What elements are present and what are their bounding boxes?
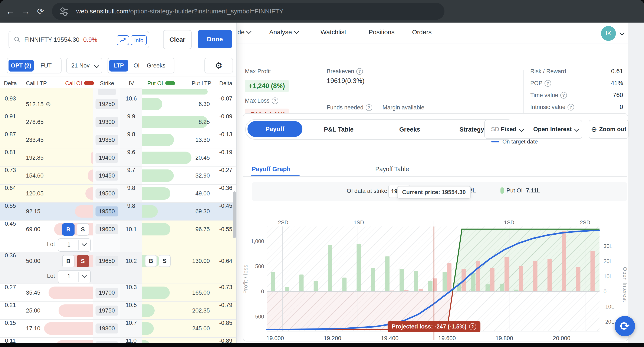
call-delta-value: 0.11: [0, 338, 21, 343]
strike-chip[interactable]: 19350: [96, 135, 118, 145]
strike-chip[interactable]: 19650: [96, 256, 118, 266]
max-loss-label: Max Loss?: [245, 97, 278, 104]
strike-chip[interactable]: 19600: [96, 224, 118, 234]
nav-item-label: Positions: [369, 28, 394, 36]
svg-text:19,600: 19,600: [438, 335, 456, 340]
put-oi-bar: [142, 340, 150, 343]
svg-text:19,000: 19,000: [266, 335, 284, 340]
cell: 9.8: [120, 131, 142, 149]
risk-value: 0.61: [611, 68, 623, 75]
cell: 19750: [93, 302, 121, 319]
nav-item-de[interactable]: de: [238, 28, 251, 36]
view-toggle: LTP OI Greeks: [108, 58, 174, 73]
option-chain-header: Delta Call LTP Call OI Strike IV Put OI …: [0, 78, 236, 89]
forward-icon[interactable]: →: [20, 0, 31, 22]
nav-item-watchlist[interactable]: Watchlist: [320, 28, 346, 36]
sell-button[interactable]: S: [77, 223, 89, 236]
svg-text:2SD: 2SD: [580, 220, 590, 225]
option-chain-body: 0.93512.15⊘1925010.66.30-0.070.91278.651…: [0, 88, 236, 343]
url-text: web.sensibull.com/option-strategy-builde…: [76, 8, 284, 15]
put-oi-bar: [142, 116, 208, 128]
help-icon[interactable]: ?: [568, 104, 574, 110]
cell: 0.73: [0, 167, 21, 184]
avatar[interactable]: IK: [601, 26, 616, 41]
help-icon[interactable]: ?: [544, 80, 551, 87]
svg-text:-10L: -10L: [604, 304, 614, 310]
put-ltp-value: 32.90: [195, 172, 210, 179]
nav-item-analyse[interactable]: Analyse: [269, 28, 298, 36]
strike-chip[interactable]: 19750: [96, 306, 118, 316]
put-oi-bar: [142, 205, 158, 218]
put-sell-button[interactable]: S: [159, 255, 170, 267]
instrument-search[interactable]: FINNIFTY 19554.30 -0.9% Info: [8, 31, 149, 48]
option-row-19800: 0.1517.101980010.7245.00-0.85: [0, 319, 236, 337]
call-delta-value: 0.91: [0, 113, 21, 120]
avatar-chevron-icon[interactable]: [619, 30, 624, 35]
sell-button[interactable]: S: [77, 255, 89, 267]
put-buy-button[interactable]: B: [145, 255, 157, 267]
cell: 165.00: [142, 284, 216, 302]
cell: -0.07: [215, 95, 236, 113]
address-bar[interactable]: web.sensibull.com/option-strategy-builde…: [52, 3, 444, 20]
help-icon[interactable]: ?: [272, 97, 278, 104]
lot-dropdown[interactable]: 1: [58, 238, 91, 252]
info-button[interactable]: Info: [131, 35, 147, 45]
strike-chip[interactable]: 19250: [96, 99, 118, 109]
max-profit-value: +1,240 (8%): [245, 80, 289, 92]
view-greeks[interactable]: Greeks: [144, 62, 168, 69]
strike-chip[interactable]: 19550: [96, 207, 118, 217]
lot-label: Lot: [47, 241, 55, 248]
lot-dropdown[interactable]: 1: [58, 270, 91, 283]
option-row-19700: 0.2735.451970010.3165.00-0.73: [0, 284, 236, 302]
settings-button[interactable]: ⚙: [204, 58, 233, 73]
call-ltp-value: 17.10: [26, 325, 40, 332]
cell: 120.05: [21, 185, 94, 202]
call-ltp-value: 50.00: [26, 258, 40, 264]
site-info-icon[interactable]: [60, 7, 68, 15]
fut-toggle[interactable]: FUT: [35, 62, 57, 69]
cell: 0.21: [0, 302, 21, 319]
iv-value: 9.9: [120, 113, 142, 120]
refresh-fab[interactable]: ⟳: [614, 316, 635, 336]
page-scroll-gutter: [628, 22, 644, 343]
strike-chip[interactable]: 19450: [96, 171, 118, 181]
opt-toggle[interactable]: OPT (2): [8, 60, 34, 71]
done-button[interactable]: Done: [198, 30, 232, 48]
cell: 278.65: [21, 113, 94, 131]
back-icon[interactable]: ←: [5, 0, 16, 22]
payoff-chart[interactable]: -2SD-1SD1SD2SD1,0005000-50030L20L10L0-10…: [243, 114, 627, 340]
buy-button[interactable]: B: [62, 255, 74, 267]
clear-button[interactable]: Clear: [163, 30, 192, 49]
chevron-down-icon: [246, 29, 252, 34]
nav-item-orders[interactable]: Orders: [412, 28, 432, 36]
view-oi[interactable]: OI: [129, 62, 144, 69]
search-icon: [14, 36, 21, 43]
strike-chip[interactable]: 19800: [96, 324, 118, 334]
lot-row: Lot1: [21, 270, 93, 283]
call-delta-value: 0.36: [0, 252, 21, 259]
strike-chip[interactable]: 19400: [96, 153, 118, 163]
put-oi-bar: [142, 322, 154, 335]
help-icon[interactable]: ?: [560, 92, 567, 99]
help-icon[interactable]: ?: [469, 323, 476, 330]
cell: 0.11: [0, 338, 21, 343]
risk-value: 41%: [611, 80, 623, 87]
buy-button[interactable]: B: [62, 223, 74, 236]
nav-item-positions[interactable]: Positions: [369, 28, 394, 36]
help-icon[interactable]: ?: [356, 68, 363, 75]
help-icon[interactable]: ?: [366, 104, 372, 111]
reload-icon[interactable]: ⟳: [35, 0, 46, 22]
chart-trend-button[interactable]: [117, 35, 129, 45]
scrollbar-thumb[interactable]: [233, 191, 236, 238]
strike-chip[interactable]: 19700: [96, 288, 118, 298]
iv-value: 9.8: [120, 185, 142, 191]
view-ltp[interactable]: LTP: [109, 60, 128, 71]
put-delta-value: -0.36: [215, 185, 236, 191]
expiry-dropdown[interactable]: 21 Nov: [66, 58, 102, 73]
strike-chip[interactable]: 19500: [96, 189, 118, 199]
option-row-19500: 0.64120.05195009.849.00-0.36: [0, 184, 236, 202]
put-ltp-value: 69.30: [195, 208, 210, 215]
strike-chip[interactable]: 19300: [96, 117, 118, 127]
svg-text:20,000: 20,000: [553, 335, 570, 340]
call-ltp-value: 25.00: [26, 308, 40, 314]
